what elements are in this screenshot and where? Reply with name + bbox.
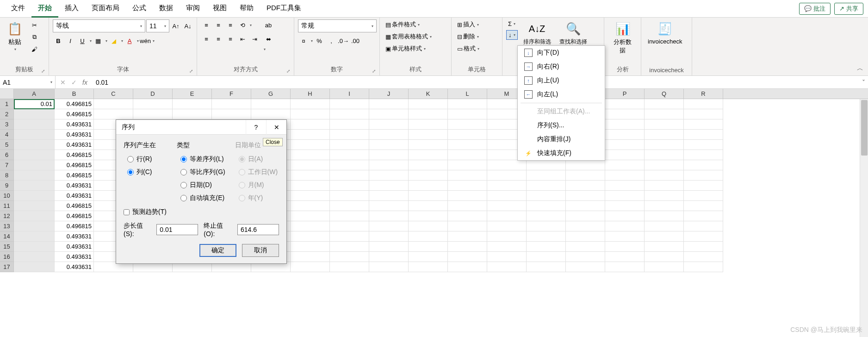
cell-G1[interactable] [251,99,291,109]
dialog-help-button[interactable]: ? [246,120,266,135]
indent-icon[interactable]: ⇥ [249,33,260,44]
cell-R2[interactable] [684,109,723,119]
type-autofill-radio[interactable]: 自动填充(E) [177,194,225,202]
fill-button[interactable]: ↓ ▾ [506,30,518,40]
align-middle-icon[interactable]: ≡ [213,19,224,31]
cell-O17[interactable] [566,262,605,272]
formula-input[interactable] [93,78,854,87]
font-name-combo[interactable]: 等线▾ [53,19,145,32]
cell-K3[interactable] [409,119,448,130]
cell-K15[interactable] [409,242,448,252]
cell-I5[interactable] [330,140,369,150]
cell-C1[interactable] [94,99,133,109]
cell-H7[interactable] [291,160,330,170]
cell-J8[interactable] [369,170,409,181]
align-center-icon[interactable]: ≡ [213,33,224,44]
row-header-16[interactable]: 16 [0,252,14,262]
cell-O8[interactable] [566,170,605,181]
cell-O13[interactable] [566,221,605,231]
fill-up-item[interactable]: ↑向上(U) [518,74,605,87]
cell-E1[interactable] [173,99,212,109]
row-header-17[interactable]: 17 [0,262,14,272]
underline-button[interactable]: U [77,35,88,46]
cell-B4[interactable]: 0.493631 [55,130,94,140]
cell-J6[interactable] [369,150,409,160]
cell-J16[interactable] [369,252,409,262]
italic-button[interactable]: I [65,35,76,46]
share-button[interactable]: ↗ 共享 [834,3,863,15]
fill-right-item[interactable]: →向右(R) [518,60,605,74]
fill-color-icon[interactable]: ◢ [108,35,119,46]
cell-J14[interactable] [369,231,409,242]
cell-L5[interactable] [448,140,487,150]
fill-left-item[interactable]: ←向左(L) [518,87,605,101]
cell-M15[interactable] [487,242,527,252]
collapse-ribbon-icon[interactable]: ︿ [857,64,863,73]
flash-fill-item[interactable]: ⚡快速填充(F) [518,146,605,160]
cell-R15[interactable] [684,242,723,252]
cell-I14[interactable] [330,231,369,242]
row-header-5[interactable]: 5 [0,140,14,150]
cell-B10[interactable]: 0.493631 [55,191,94,201]
cell-I8[interactable] [330,170,369,181]
cell-L8[interactable] [448,170,487,181]
cell-A10[interactable] [14,191,55,201]
cell-L12[interactable] [448,211,487,221]
row-header-1[interactable]: 1 [0,99,14,109]
cell-K16[interactable] [409,252,448,262]
cell-R16[interactable] [684,252,723,262]
cell-H5[interactable] [291,140,330,150]
cell-H1[interactable] [291,99,330,109]
cell-M14[interactable] [487,231,527,242]
menu-tab-5[interactable]: 数据 [153,0,180,18]
cell-H10[interactable] [291,191,330,201]
cell-J5[interactable] [369,140,409,150]
cell-B17[interactable]: 0.493631 [55,262,94,272]
expand-formula-bar-icon[interactable]: ˅ [859,79,868,86]
cell-A8[interactable] [14,170,55,181]
font-size-combo[interactable]: 11▾ [146,19,169,32]
cell-J13[interactable] [369,221,409,231]
menu-tab-0[interactable]: 文件 [5,0,31,18]
menu-tab-4[interactable]: 公式 [126,0,153,18]
cell-K2[interactable] [409,109,448,119]
cell-B7[interactable]: 0.496815 [55,160,94,170]
cancel-formula-icon[interactable]: ✕ [60,79,66,86]
cell-A4[interactable] [14,130,55,140]
col-header-F[interactable]: F [212,89,251,99]
format-painter-icon[interactable]: 🖌 [29,44,40,55]
cell-K17[interactable] [409,262,448,272]
cell-M10[interactable] [487,191,527,201]
cell-M7[interactable] [487,160,527,170]
menu-tab-2[interactable]: 插入 [58,0,85,18]
cell-K11[interactable] [409,201,448,211]
cell-P8[interactable] [605,170,645,181]
cell-K1[interactable] [409,99,448,109]
cell-H4[interactable] [291,130,330,140]
cell-L11[interactable] [448,201,487,211]
row-header-3[interactable]: 3 [0,119,14,130]
cell-N14[interactable] [527,231,566,242]
cell-A12[interactable] [14,211,55,221]
cell-I3[interactable] [330,119,369,130]
cell-styles-button[interactable]: ▣ 单元格样式 ▾ [384,44,428,54]
cell-Q14[interactable] [645,231,684,242]
vertical-scrollbar[interactable] [860,99,868,337]
cell-K14[interactable] [409,231,448,242]
cell-H11[interactable] [291,201,330,211]
cell-L6[interactable] [448,150,487,160]
cell-Q16[interactable] [645,252,684,262]
ok-button[interactable]: 确定 [199,244,236,257]
type-growth-radio[interactable]: 等比序列(G) [177,168,225,176]
cell-B5[interactable]: 0.493631 [55,140,94,150]
col-header-E[interactable]: E [173,89,212,99]
cell-P10[interactable] [605,191,645,201]
cell-O7[interactable] [566,160,605,170]
dialog-launcher-icon[interactable]: ⤢ [189,69,193,74]
col-header-D[interactable]: D [133,89,173,99]
cell-K7[interactable] [409,160,448,170]
cell-Q2[interactable] [645,109,684,119]
cell-L4[interactable] [448,130,487,140]
cell-N9[interactable] [527,181,566,191]
conditional-format-button[interactable]: ▤ 条件格式 ▾ [384,19,422,30]
